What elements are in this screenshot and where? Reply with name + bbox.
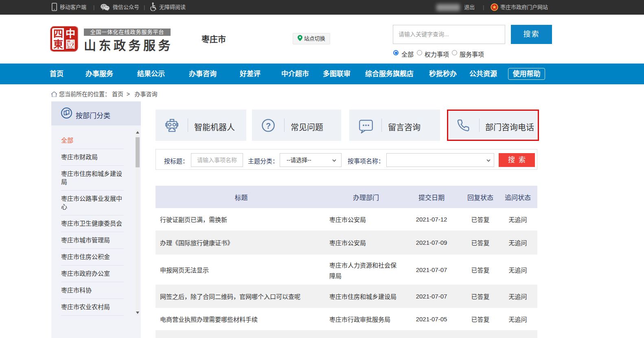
svg-text:?: ?: [266, 121, 271, 130]
